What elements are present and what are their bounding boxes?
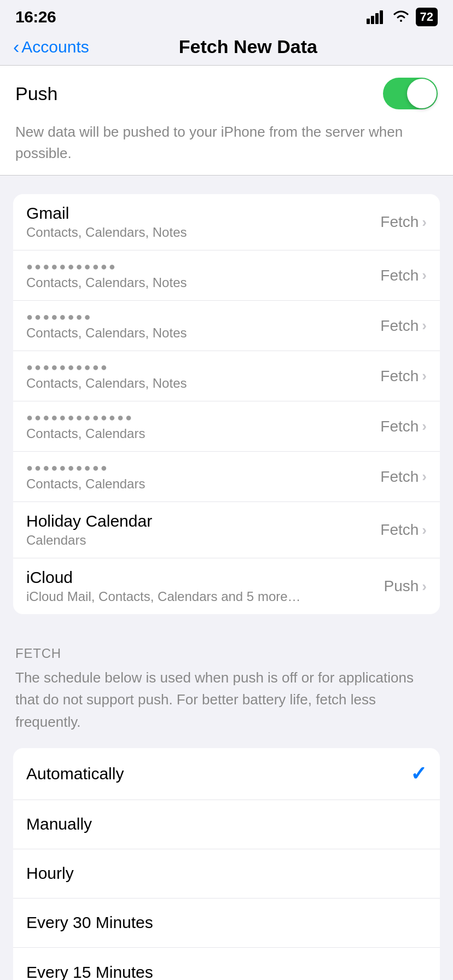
accounts-list: Gmail Contacts, Calendars, Notes Fetch ›… xyxy=(13,194,440,614)
fetch-section-header: FETCH xyxy=(0,633,453,667)
account-subtitle: Contacts, Calendars xyxy=(26,476,380,492)
fetch-option-label: Every 15 Minutes xyxy=(26,963,153,980)
fetch-label: Fetch xyxy=(380,267,419,284)
account-action: Fetch › xyxy=(380,267,427,284)
account-info: ●●●●●●●● Contacts, Calendars, Notes xyxy=(26,311,380,341)
push-section: Push New data will be pushed to your iPh… xyxy=(0,65,453,176)
account-name-blurred: ●●●●●●●●●● xyxy=(26,462,380,474)
account-action: Push › xyxy=(384,578,427,595)
checkmark-icon: ✓ xyxy=(410,762,427,785)
fetch-option-label: Manually xyxy=(26,815,92,833)
fetch-label: Fetch xyxy=(380,317,419,335)
account-row-gmail[interactable]: Gmail Contacts, Calendars, Notes Fetch › xyxy=(13,194,440,250)
account-action: Fetch › xyxy=(380,213,427,231)
battery-indicator: 72 xyxy=(416,8,438,26)
account-action: Fetch › xyxy=(380,521,427,539)
account-info: ●●●●●●●●●●● Contacts, Calendars, Notes xyxy=(26,260,380,290)
push-description: New data will be pushed to your iPhone f… xyxy=(15,121,438,175)
push-row: Push xyxy=(15,66,438,121)
fetch-option-automatically[interactable]: Automatically ✓ xyxy=(13,748,440,800)
account-name-blurred: ●●●●●●●●●●●●● xyxy=(26,411,380,424)
page-title: Fetch New Data xyxy=(89,36,407,57)
account-row-2[interactable]: ●●●●●●●●●●● Contacts, Calendars, Notes F… xyxy=(13,250,440,301)
account-subtitle: Contacts, Calendars xyxy=(26,426,380,441)
account-subtitle: iCloud Mail, Contacts, Calendars and 5 m… xyxy=(26,589,384,604)
account-row-holiday[interactable]: Holiday Calendar Calendars Fetch › xyxy=(13,502,440,558)
svg-rect-1 xyxy=(371,16,374,24)
account-info: ●●●●●●●●●●●●● Contacts, Calendars xyxy=(26,411,380,441)
svg-rect-3 xyxy=(380,10,383,24)
account-action: Fetch › xyxy=(380,317,427,335)
chevron-right-icon: › xyxy=(422,317,427,334)
account-subtitle: Calendars xyxy=(26,533,380,548)
account-subtitle: Contacts, Calendars, Notes xyxy=(26,225,380,240)
fetch-option-label: Hourly xyxy=(26,864,74,883)
fetch-option-manually[interactable]: Manually xyxy=(13,800,440,849)
fetch-option-15min[interactable]: Every 15 Minutes xyxy=(13,948,440,980)
account-name: Gmail xyxy=(26,204,380,223)
fetch-option-label: Every 30 Minutes xyxy=(26,913,153,932)
fetch-label: Fetch xyxy=(380,418,419,435)
account-info: Holiday Calendar Calendars xyxy=(26,512,380,548)
back-label: Accounts xyxy=(21,38,89,56)
account-row-5[interactable]: ●●●●●●●●●●●●● Contacts, Calendars Fetch … xyxy=(13,401,440,452)
fetch-options-list: Automatically ✓ Manually Hourly Every 30… xyxy=(13,748,440,980)
toggle-knob xyxy=(407,79,437,108)
back-chevron-icon: ‹ xyxy=(13,37,19,56)
account-row-4[interactable]: ●●●●●●●●●● Contacts, Calendars, Notes Fe… xyxy=(13,351,440,401)
account-name-blurred: ●●●●●●●●●●● xyxy=(26,260,380,273)
account-subtitle: Contacts, Calendars, Notes xyxy=(26,376,380,391)
fetch-label: Fetch xyxy=(380,213,419,231)
status-icons: 72 xyxy=(367,8,438,26)
chevron-right-icon: › xyxy=(422,214,427,231)
back-button[interactable]: ‹ Accounts xyxy=(13,38,89,56)
chevron-right-icon: › xyxy=(422,578,427,595)
account-info: ●●●●●●●●●● Contacts, Calendars, Notes xyxy=(26,361,380,391)
chevron-right-icon: › xyxy=(422,468,427,485)
push-toggle[interactable] xyxy=(383,78,438,109)
account-name-blurred: ●●●●●●●●●● xyxy=(26,361,380,374)
signal-icon xyxy=(367,10,386,24)
account-row-3[interactable]: ●●●●●●●● Contacts, Calendars, Notes Fetc… xyxy=(13,301,440,351)
account-action: Fetch › xyxy=(380,418,427,435)
account-info: Gmail Contacts, Calendars, Notes xyxy=(26,204,380,240)
status-time: 16:26 xyxy=(15,8,56,26)
svg-rect-2 xyxy=(375,13,379,24)
account-name: iCloud xyxy=(26,568,384,587)
account-info: ●●●●●●●●●● Contacts, Calendars xyxy=(26,462,380,492)
fetch-label: Fetch xyxy=(380,521,419,539)
fetch-label: Fetch xyxy=(380,368,419,385)
fetch-option-hourly[interactable]: Hourly xyxy=(13,849,440,899)
fetch-label: Fetch xyxy=(380,468,419,486)
push-label: Push xyxy=(384,578,419,595)
account-subtitle: Contacts, Calendars, Notes xyxy=(26,275,380,290)
status-bar: 16:26 72 xyxy=(0,0,453,31)
account-info: iCloud iCloud Mail, Contacts, Calendars … xyxy=(26,568,384,604)
fetch-section-description: The schedule below is used when push is … xyxy=(0,667,453,748)
account-action: Fetch › xyxy=(380,368,427,385)
account-subtitle: Contacts, Calendars, Notes xyxy=(26,325,380,341)
nav-bar: ‹ Accounts Fetch New Data xyxy=(0,31,453,65)
account-name-blurred: ●●●●●●●● xyxy=(26,311,380,323)
chevron-right-icon: › xyxy=(422,418,427,435)
chevron-right-icon: › xyxy=(422,368,427,384)
wifi-icon xyxy=(392,10,410,24)
push-label: Push xyxy=(15,83,58,104)
account-row-6[interactable]: ●●●●●●●●●● Contacts, Calendars Fetch › xyxy=(13,452,440,502)
chevron-right-icon: › xyxy=(422,522,427,539)
account-action: Fetch › xyxy=(380,468,427,486)
fetch-option-label: Automatically xyxy=(26,765,124,783)
account-row-icloud[interactable]: iCloud iCloud Mail, Contacts, Calendars … xyxy=(13,558,440,614)
chevron-right-icon: › xyxy=(422,267,427,284)
account-name: Holiday Calendar xyxy=(26,512,380,530)
svg-rect-0 xyxy=(367,19,370,24)
fetch-option-30min[interactable]: Every 30 Minutes xyxy=(13,899,440,948)
